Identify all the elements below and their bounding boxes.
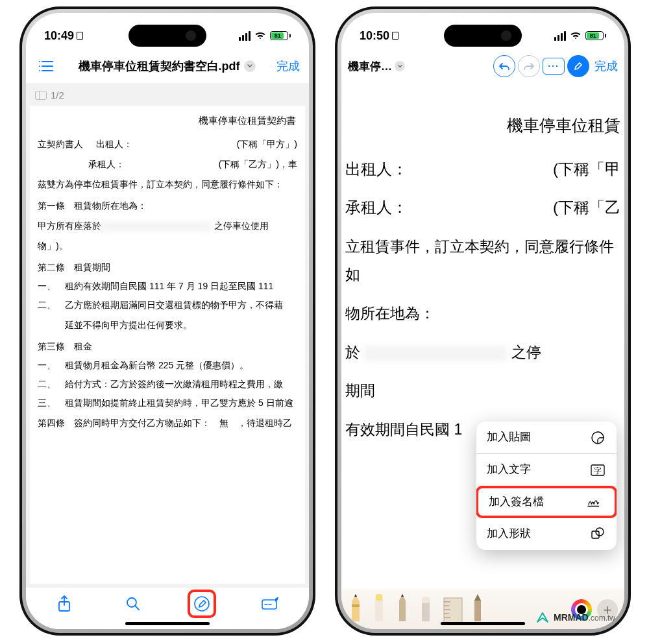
cellular-icon — [554, 31, 566, 41]
add-menu-popup: 加入貼圖 加入文字 字 加入簽名檔 加入形狀 — [476, 422, 617, 550]
svg-rect-19 — [375, 599, 383, 621]
chevron-down-icon — [244, 60, 256, 72]
pencil-tool[interactable] — [395, 591, 413, 620]
svg-point-4 — [39, 66, 40, 67]
home-indicator[interactable] — [125, 622, 210, 625]
sticker-icon — [589, 430, 606, 446]
home-indicator[interactable] — [441, 622, 525, 625]
text-box-icon: 字 — [589, 462, 606, 478]
watermark: MRMAD.com.tw — [535, 610, 615, 625]
menu-add-sticker[interactable]: 加入貼圖 — [476, 422, 617, 454]
doc-title: 機車停車位租賃契約書 — [38, 113, 297, 128]
battery-icon: 81 — [585, 31, 606, 40]
svg-line-8 — [135, 606, 139, 610]
document-title[interactable]: 機車停車位租賃契約書空白.pdf — [62, 58, 271, 74]
redacted-text — [364, 346, 507, 361]
svg-rect-21 — [422, 602, 430, 621]
iphone-frame-left: 10:49 81 機 — [19, 6, 315, 636]
battery-icon: 81 — [270, 31, 291, 40]
shapes-icon — [589, 526, 606, 542]
done-button[interactable]: 完成 — [276, 58, 300, 74]
page-indicator: 1/2 — [30, 87, 305, 102]
iphone-frame-right: 10:50 81 機車停… — [335, 6, 631, 636]
undo-button[interactable] — [493, 55, 515, 77]
dynamic-island — [129, 25, 206, 47]
svg-rect-18 — [352, 604, 360, 607]
markup-navigation-bar: 機車停… ··· 完成 — [341, 49, 624, 83]
svg-text:字: 字 — [594, 466, 602, 475]
menu-add-shape[interactable]: 加入形狀 — [476, 518, 617, 550]
outline-list-icon[interactable] — [35, 55, 57, 77]
menu-add-text[interactable]: 加入文字 字 — [476, 454, 617, 486]
svg-rect-29 — [474, 601, 481, 621]
status-time: 10:50 — [360, 29, 398, 43]
thumbnails-icon — [35, 91, 47, 100]
svg-point-3 — [39, 61, 40, 62]
done-button[interactable]: 完成 — [594, 58, 618, 74]
dynamic-island — [444, 25, 522, 47]
crayon-tool[interactable] — [470, 591, 488, 620]
marker-tool[interactable] — [371, 591, 389, 620]
svg-rect-20 — [376, 594, 382, 601]
wifi-icon — [254, 31, 266, 40]
doc-title: 機車停車位租賃 — [345, 110, 620, 141]
redo-button[interactable] — [518, 55, 540, 77]
share-icon[interactable] — [50, 590, 79, 618]
document-title[interactable]: 機車停… — [348, 59, 405, 74]
pen-tool[interactable] — [348, 591, 366, 620]
navigation-bar: 機車停車位租賃契約書空白.pdf 完成 — [26, 49, 309, 83]
document-viewport[interactable]: 機車停車位租賃 出租人：(下稱「甲 承租人：(下稱「乙 立租賃事件，訂立本契約，… — [341, 83, 624, 589]
status-time: 10:49 — [44, 29, 83, 43]
signature-icon — [587, 494, 604, 510]
chevron-down-icon — [395, 61, 405, 71]
redacted-text — [101, 221, 212, 232]
eraser-tool[interactable] — [418, 591, 436, 620]
wifi-icon — [570, 31, 582, 40]
svg-point-9 — [195, 597, 209, 611]
svg-rect-22 — [422, 597, 430, 603]
svg-point-17 — [596, 528, 604, 536]
autofill-icon[interactable]: ··· — [543, 58, 565, 75]
watermark-logo-icon — [535, 610, 550, 625]
document-viewport[interactable]: 1/2 機車停車位租賃契約書 立契約書人 出租人： (下稱「甲方」) 承租人： — [26, 83, 309, 588]
search-icon[interactable] — [119, 590, 147, 618]
form-fill-icon[interactable] — [256, 590, 285, 618]
menu-add-signature[interactable]: 加入簽名檔 — [476, 486, 617, 518]
markup-button[interactable] — [188, 590, 216, 618]
pdf-page: 機車停車位租賃契約書 立契約書人 出租人： (下稱「甲方」) 承租人： (下稱「… — [30, 106, 305, 584]
ruler-tool[interactable] — [441, 594, 465, 620]
markup-toggle-button[interactable] — [567, 55, 589, 77]
cellular-icon — [239, 31, 251, 41]
svg-point-5 — [39, 70, 40, 71]
